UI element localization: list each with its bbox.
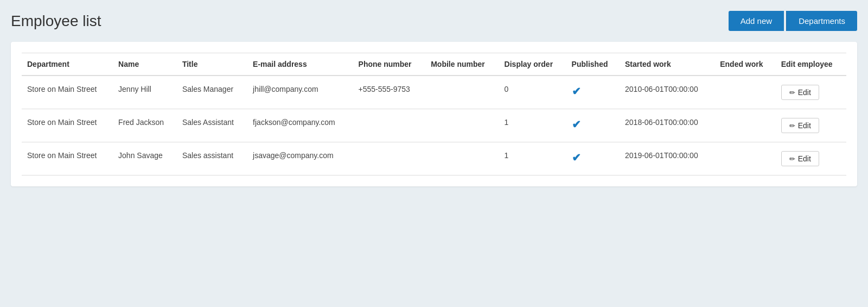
cell-edit[interactable]: ✏ Edit	[776, 142, 846, 176]
cell-phone	[353, 142, 426, 176]
table-row: Store on Main StreetFred JacksonSales As…	[22, 109, 846, 142]
cell-email: jsavage@company.com	[247, 142, 353, 176]
pencil-icon: ✏	[789, 155, 795, 163]
col-edit: Edit employee	[776, 53, 846, 76]
cell-department: Store on Main Street	[22, 142, 113, 176]
col-department: Department	[22, 53, 113, 76]
cell-title: Sales assistant	[177, 142, 247, 176]
cell-mobile	[425, 142, 499, 176]
cell-started-work: 2010-06-01T00:00:00	[620, 76, 714, 109]
published-checkmark: ✔	[572, 118, 581, 130]
edit-employee-button[interactable]: ✏ Edit	[781, 118, 819, 133]
pencil-icon: ✏	[789, 122, 795, 130]
published-checkmark: ✔	[572, 152, 581, 164]
cell-display-order: 1	[499, 109, 566, 142]
table-header-row: Department Name Title E-mail address Pho…	[22, 53, 846, 76]
cell-name: Jenny Hill	[113, 76, 177, 109]
cell-title: Sales Manager	[177, 76, 247, 109]
cell-phone	[353, 109, 426, 142]
cell-edit[interactable]: ✏ Edit	[776, 76, 846, 109]
cell-edit[interactable]: ✏ Edit	[776, 109, 846, 142]
cell-phone: +555-555-9753	[353, 76, 426, 109]
cell-title: Sales Assistant	[177, 109, 247, 142]
col-display-order: Display order	[499, 53, 566, 76]
cell-started-work: 2018-06-01T00:00:00	[620, 109, 714, 142]
add-new-button[interactable]: Add new	[729, 11, 784, 31]
cell-ended-work	[714, 76, 776, 109]
cell-mobile	[425, 76, 499, 109]
header-buttons: Add new Departments	[729, 11, 857, 31]
col-mobile: Mobile number	[425, 53, 499, 76]
col-ended-work: Ended work	[714, 53, 776, 76]
page-header: Employee list Add new Departments	[11, 11, 857, 31]
col-published: Published	[566, 53, 620, 76]
cell-mobile	[425, 109, 499, 142]
cell-display-order: 0	[499, 76, 566, 109]
cell-ended-work	[714, 109, 776, 142]
cell-department: Store on Main Street	[22, 109, 113, 142]
cell-started-work: 2019-06-01T00:00:00	[620, 142, 714, 176]
table-row: Store on Main StreetJenny HillSales Mana…	[22, 76, 846, 109]
employee-table: Department Name Title E-mail address Pho…	[22, 53, 846, 176]
cell-published: ✔	[566, 109, 620, 142]
col-title: Title	[177, 53, 247, 76]
col-phone: Phone number	[353, 53, 426, 76]
cell-display-order: 1	[499, 142, 566, 176]
table-row: Store on Main StreetJohn SavageSales ass…	[22, 142, 846, 176]
col-name: Name	[113, 53, 177, 76]
cell-published: ✔	[566, 142, 620, 176]
cell-published: ✔	[566, 76, 620, 109]
col-started-work: Started work	[620, 53, 714, 76]
cell-ended-work	[714, 142, 776, 176]
cell-name: John Savage	[113, 142, 177, 176]
departments-button[interactable]: Departments	[786, 11, 857, 31]
page-title: Employee list	[11, 12, 101, 30]
employee-list-card: Department Name Title E-mail address Pho…	[11, 42, 857, 186]
cell-name: Fred Jackson	[113, 109, 177, 142]
edit-employee-button[interactable]: ✏ Edit	[781, 85, 819, 100]
edit-employee-button[interactable]: ✏ Edit	[781, 151, 819, 166]
cell-email: fjackson@company.com	[247, 109, 353, 142]
pencil-icon: ✏	[789, 89, 795, 97]
published-checkmark: ✔	[572, 85, 581, 97]
col-email: E-mail address	[247, 53, 353, 76]
cell-email: jhill@company.com	[247, 76, 353, 109]
cell-department: Store on Main Street	[22, 76, 113, 109]
